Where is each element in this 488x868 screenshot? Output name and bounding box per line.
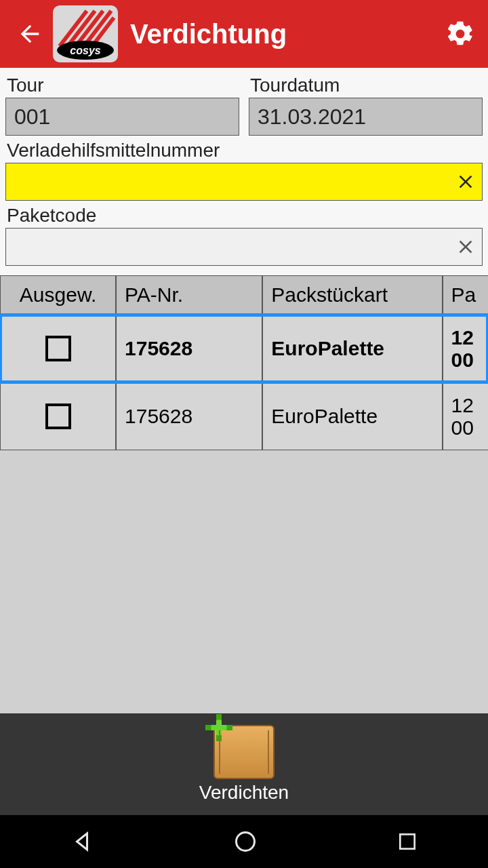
cell-pa-nr: 175628 bbox=[116, 315, 262, 382]
table-row[interactable]: 175628 EuroPalette 12 00 bbox=[0, 315, 488, 382]
triangle-back-icon bbox=[70, 829, 94, 854]
nav-home-button[interactable] bbox=[233, 829, 258, 854]
col-pa-nr: PA-Nr. bbox=[116, 275, 262, 315]
paketcode-input[interactable] bbox=[5, 228, 483, 266]
nav-back-button[interactable] bbox=[70, 829, 94, 854]
packstueck-table: Ausgew. PA-Nr. Packstückart Pa 175628 Eu… bbox=[0, 275, 488, 450]
square-recent-icon bbox=[396, 831, 418, 852]
form-area: Tour 001 Tourdatum 31.03.2021 Verladehil… bbox=[0, 68, 488, 275]
tour-input[interactable]: 001 bbox=[5, 98, 239, 136]
action-bar: Verdichten bbox=[0, 713, 488, 815]
cosys-logo-icon: cosys bbox=[53, 5, 118, 62]
col-ausgew: Ausgew. bbox=[0, 275, 116, 315]
tour-value: 001 bbox=[14, 104, 50, 130]
close-icon bbox=[455, 236, 476, 258]
vhm-clear-button[interactable] bbox=[455, 171, 476, 193]
svg-point-2 bbox=[236, 833, 254, 851]
crate-plus-icon bbox=[214, 725, 274, 779]
vhm-input[interactable] bbox=[5, 163, 483, 201]
table-row[interactable]: 175628 EuroPalette 12 00 bbox=[0, 382, 488, 450]
page-title: Verdichtung bbox=[125, 19, 442, 50]
tourdatum-input[interactable]: 31.03.2021 bbox=[249, 98, 483, 136]
cell-art: EuroPalette bbox=[262, 315, 442, 382]
cell-art: EuroPalette bbox=[262, 382, 442, 450]
row-checkbox[interactable] bbox=[45, 336, 71, 361]
vhm-label: Verladehilfsmittelnummer bbox=[7, 140, 483, 161]
cell-extra: 12 00 bbox=[443, 315, 488, 382]
content-spacer bbox=[0, 450, 488, 713]
paketcode-clear-button[interactable] bbox=[455, 236, 476, 258]
circle-home-icon bbox=[233, 829, 258, 854]
nav-recent-button[interactable] bbox=[396, 831, 418, 852]
arrow-left-icon bbox=[16, 20, 43, 47]
row-checkbox[interactable] bbox=[45, 403, 71, 429]
cell-pa-nr: 175628 bbox=[116, 382, 262, 450]
svg-rect-3 bbox=[401, 834, 415, 848]
app-header: cosys Verdichtung bbox=[0, 0, 488, 68]
tourdatum-label: Tourdatum bbox=[250, 75, 483, 96]
gear-icon bbox=[445, 19, 475, 49]
cell-extra: 12 00 bbox=[443, 382, 488, 450]
svg-text:cosys: cosys bbox=[70, 45, 100, 56]
close-icon bbox=[455, 171, 476, 193]
col-extra: Pa bbox=[443, 275, 488, 315]
verdichten-button[interactable]: Verdichten bbox=[199, 725, 289, 804]
back-button[interactable] bbox=[9, 20, 50, 47]
settings-button[interactable] bbox=[442, 16, 479, 52]
paketcode-label: Paketcode bbox=[7, 205, 483, 226]
verdichten-label: Verdichten bbox=[199, 782, 289, 804]
system-nav-bar bbox=[0, 815, 488, 868]
app-logo: cosys bbox=[53, 5, 118, 62]
tour-label: Tour bbox=[7, 75, 239, 96]
table-header-row: Ausgew. PA-Nr. Packstückart Pa bbox=[0, 275, 488, 315]
col-packstueckart: Packstückart bbox=[262, 275, 442, 315]
tourdatum-value: 31.03.2021 bbox=[258, 104, 366, 130]
